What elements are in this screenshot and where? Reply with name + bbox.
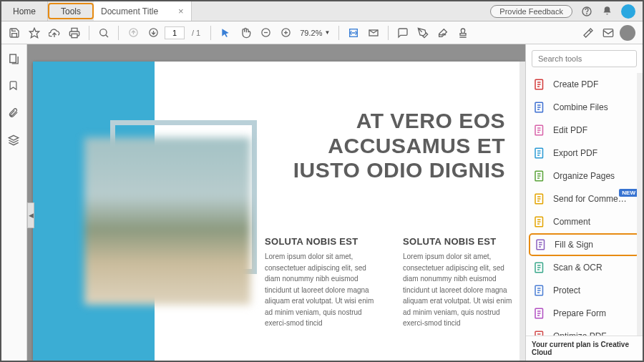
column-heading: SOLUTA NOBIS EST [403,236,521,247]
star-icon[interactable] [26,24,43,41]
column-body: Lorem ipsum dolor sit amet, consectetuer… [403,251,521,329]
svg-rect-3 [72,34,77,37]
panel-scrollbar[interactable] [637,73,643,336]
toolbar-separator [89,26,89,40]
print-icon[interactable] [66,24,83,41]
tool-label: Optimize PDF [553,331,607,336]
body-column-1: SOLUTA NOBIS EST Lorem ipsum dolor sit a… [265,236,383,329]
svg-rect-12 [9,54,15,62]
toolbar-right [580,24,638,41]
tab-home[interactable]: Home [1,1,48,21]
edit-icon[interactable] [580,24,597,41]
tools-panel: Create PDFCombine FilesEdit PDFExport PD… [525,44,643,361]
tool-label: Create PDF [553,79,598,89]
main-area: AT VERO EOS ACCUSAMUS ET IUSTO ODIO DIGN… [1,44,643,361]
collapse-left-rail-icon[interactable]: ◀ [27,202,34,228]
zoom-out-icon[interactable] [257,24,274,41]
tool-icon [535,238,547,251]
tool-icon [533,101,546,114]
tool-label: Edit PDF [553,125,587,135]
tool-icon [533,147,546,160]
save-icon[interactable] [6,24,23,41]
svg-point-4 [100,29,107,35]
find-icon[interactable] [95,24,112,41]
tool-item-prepare-form[interactable]: Prepare Form [526,302,643,325]
stamp-icon[interactable] [454,24,472,41]
body-column-2: SOLUTA NOBIS EST Lorem ipsum dolor sit a… [403,236,521,329]
cloud-upload-icon[interactable] [46,24,63,41]
tool-item-create-pdf[interactable]: Create PDF [526,73,643,96]
profile-avatar[interactable] [621,4,635,19]
plan-label: Your current plan is Creative Cloud [526,336,643,361]
tool-label: Protect [553,285,580,295]
tool-icon [533,124,546,137]
page-scrollbar[interactable] [519,62,525,361]
hand-tool-icon[interactable] [237,24,254,41]
tool-item-export-pdf[interactable]: Export PDF [526,142,643,165]
toolbar: / 1 79.2%▼ [1,21,643,44]
column-body: Lorem ipsum dolor sit amet, consectetuer… [265,251,383,329]
header-right: Provide Feedback [490,1,643,21]
tool-icon [533,330,546,336]
tool-item-comment[interactable]: Comment [526,210,643,233]
thumbnails-icon[interactable] [8,53,21,66]
tool-label: Send for Comme… [553,194,627,204]
page-number-input[interactable] [165,26,185,39]
tab-document-label: Document Title [101,6,158,16]
zoom-in-icon[interactable] [277,24,294,41]
attachment-icon[interactable] [8,107,21,120]
svg-point-1 [587,14,587,14]
mail-icon[interactable] [600,24,617,41]
placeholder-image [84,137,250,305]
tool-label: Export PDF [553,148,597,158]
tool-item-fill-sign[interactable]: Fill & Sign [529,233,640,256]
bookmark-icon[interactable] [8,80,21,93]
toolbar-separator [388,26,389,40]
feedback-button[interactable]: Provide Feedback [490,5,572,18]
highlight-icon[interactable] [414,24,431,41]
fit-width-icon[interactable] [345,24,362,41]
svg-rect-24 [535,331,543,336]
tool-item-send-for-comme-[interactable]: Send for Comme…NEW [526,187,643,210]
page-display-icon[interactable] [365,24,382,41]
new-badge: NEW [619,189,638,197]
zoom-dropdown[interactable]: 79.2%▼ [297,29,333,37]
tab-document[interactable]: Document Title × [94,1,192,21]
close-tab-icon[interactable]: × [178,6,184,16]
help-icon[interactable] [581,6,592,17]
tool-item-scan-ocr[interactable]: Scan & OCR [526,256,643,279]
column-heading: SOLUTA NOBIS EST [265,236,383,247]
tool-label: Organize Pages [553,171,615,181]
tool-label: Combine Files [553,102,608,112]
tool-item-optimize-pdf[interactable]: Optimize PDF [526,325,643,336]
tool-icon [533,215,546,228]
tool-icon [533,284,546,297]
sign-icon[interactable] [434,24,452,41]
tool-icon [533,170,546,182]
toolbar-separator [338,26,339,40]
share-avatar[interactable] [620,25,635,41]
layers-icon[interactable] [8,134,21,147]
tool-label: Prepare Form [553,308,606,318]
comment-icon[interactable] [394,24,411,41]
tool-item-organize-pages[interactable]: Organize Pages [526,165,643,187]
tool-item-protect[interactable]: Protect [526,279,643,302]
tool-icon [533,192,546,205]
select-tool-icon[interactable] [217,24,234,41]
tool-item-combine-files[interactable]: Combine Files [526,96,643,119]
page-down-icon[interactable] [145,24,162,41]
left-rail [1,44,27,361]
document-viewport[interactable]: AT VERO EOS ACCUSAMUS ET IUSTO ODIO DIGN… [27,44,525,361]
toolbar-separator [118,26,119,40]
tool-label: Fill & Sign [555,240,593,250]
toolbar-separator [210,26,211,40]
zoom-value: 79.2% [300,29,322,37]
tool-icon [533,261,546,274]
svg-marker-2 [29,28,39,37]
notifications-icon[interactable] [601,6,613,17]
tab-tools[interactable]: Tools [48,3,94,19]
search-tools-input[interactable] [532,50,637,67]
tool-item-edit-pdf[interactable]: Edit PDF [526,119,643,142]
tool-icon [533,78,546,91]
page-up-icon[interactable] [125,24,142,41]
